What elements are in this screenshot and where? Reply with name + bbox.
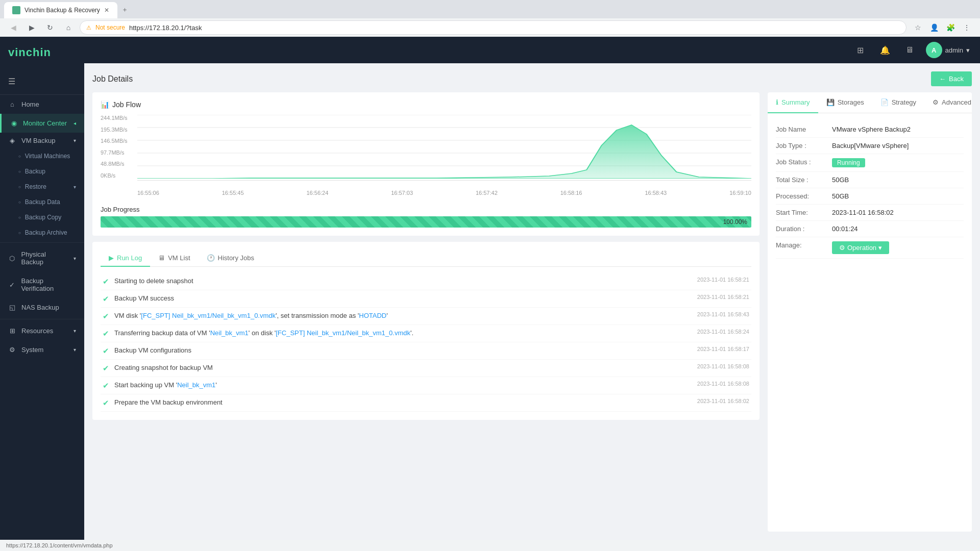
log-highlight-3b: [FC_SPT] Neil_bk_vm1/Neil_bk_vm1_0.vmdk <box>276 329 410 337</box>
user-dropdown-icon: ▾ <box>966 46 970 54</box>
main-area: ⊞ 🔔 🖥 A admin ▾ Job Details ← Back <box>84 37 980 540</box>
monitor-chevron-icon: ◂ <box>74 120 76 126</box>
menu-icon[interactable]: ⋮ <box>960 20 974 35</box>
summary-tab-advanced[interactable]: ⚙ Advanced <box>924 92 979 113</box>
browser-chrome: Vinchin Backup & Recovery ✕ ＋ ◀ ▶ ↻ ⌂ ⚠ … <box>0 0 980 37</box>
profile-icon[interactable]: 👤 <box>927 20 941 35</box>
summary-row-job-type: Job Type : Backup[VMware vSphere] <box>776 138 964 154</box>
screen-icon[interactable]: 🖥 <box>901 42 918 58</box>
log-item-3: ✔ Transferring backup data of VM 'Neil_b… <box>101 325 751 342</box>
sidebar-item-backup-copy[interactable]: ○ Backup Copy <box>8 210 84 225</box>
storages-tab-label: Storages <box>838 98 864 106</box>
bell-icon[interactable]: 🔔 <box>877 42 893 58</box>
backup-data-label: Backup Data <box>25 198 60 206</box>
not-secure-label: Not secure <box>95 24 125 31</box>
y-label-5: 0KB/s <box>101 172 137 179</box>
log-text-6: Start backing up VM 'Neil_bk_vm1' <box>114 381 692 390</box>
history-jobs-label: History Jobs <box>218 254 255 262</box>
sidebar-menu-icon[interactable]: ☰ <box>8 77 15 86</box>
backup-label: Backup <box>25 168 45 175</box>
bookmark-icon[interactable]: ☆ <box>911 20 925 35</box>
job-status-value: Running <box>832 158 964 167</box>
x-label-1: 16:55:45 <box>222 190 244 196</box>
operation-label: Operation ▾ <box>847 244 882 252</box>
start-time-key: Start Time: <box>776 209 832 216</box>
forward-nav-button[interactable]: ▶ <box>24 20 39 35</box>
summary-row-job-status: Job Status : Running <box>776 154 964 172</box>
active-tab[interactable]: Vinchin Backup & Recovery ✕ <box>4 2 117 18</box>
summary-row-manage: Manage: ⚙ Operation ▾ <box>776 237 964 259</box>
user-menu[interactable]: A admin ▾ <box>926 42 970 58</box>
app-container: vinchin ☰ ⌂ Home ◉ Monitor Center ◂ ◈ VM… <box>0 37 980 540</box>
tab-close-icon[interactable]: ✕ <box>104 7 109 14</box>
status-badge: Running <box>832 158 865 167</box>
system-chevron-icon: ▾ <box>74 347 76 353</box>
log-item-4: ✔ Backup VM configurations 2023-11-01 16… <box>101 342 751 360</box>
summary-tabs: ℹ Summary 💾 Storages 📄 Strategy ⚙ <box>768 92 972 113</box>
monitor-icon: ◉ <box>10 119 18 127</box>
operation-button[interactable]: ⚙ Operation ▾ <box>832 241 889 254</box>
log-time-1: 2023-11-01 16:58:21 <box>697 294 749 300</box>
sidebar-item-nas-backup[interactable]: ◱ NAS Backup <box>0 298 84 317</box>
sidebar-item-physical-backup[interactable]: ⬡ Physical Backup ▾ <box>0 245 84 271</box>
backup-archive-label: Backup Archive <box>25 229 67 236</box>
system-icon: ⚙ <box>8 346 16 354</box>
log-check-icon-4: ✔ <box>103 346 109 356</box>
back-button[interactable]: ← Back <box>931 71 972 86</box>
address-bar[interactable]: ⚠ Not secure https://172.18.20.1/?task <box>80 20 906 35</box>
home-nav-button[interactable]: ⌂ <box>61 20 76 35</box>
sidebar-item-resources[interactable]: ⊞ Resources ▾ <box>0 321 84 340</box>
log-text-3: Transferring backup data of VM 'Neil_bk_… <box>114 329 692 338</box>
page-title: Job Details <box>92 74 133 84</box>
system-label: System <box>21 346 43 354</box>
grid-icon[interactable]: ⊞ <box>852 42 869 58</box>
sidebar-item-backup-data[interactable]: ○ Backup Data <box>8 194 84 210</box>
x-label-2: 16:56:24 <box>306 190 328 196</box>
page-content: Job Details ← Back 📊 Job Flow <box>84 63 980 540</box>
sidebar-item-restore[interactable]: ○ Restore ▾ <box>8 179 84 194</box>
summary-tab-strategy[interactable]: 📄 Strategy <box>872 92 924 113</box>
sidebar-item-monitor[interactable]: ◉ Monitor Center ◂ <box>0 114 84 133</box>
sidebar-item-backup[interactable]: ○ Backup <box>8 164 84 179</box>
sidebar-item-backup-archive[interactable]: ○ Backup Archive <box>8 225 84 240</box>
log-time-6: 2023-11-01 16:58:08 <box>697 381 749 387</box>
vm-backup-chevron-icon: ▾ <box>74 138 76 143</box>
username-label: admin <box>945 46 963 54</box>
page-header: Job Details ← Back <box>92 71 972 86</box>
summary-tab-summary[interactable]: ℹ Summary <box>768 92 818 113</box>
sidebar-item-backup-verification[interactable]: ✓ Backup Verification <box>0 271 84 298</box>
physical-backup-icon: ⬡ <box>8 255 16 262</box>
tab-history-jobs[interactable]: 🕐 History Jobs <box>199 250 263 267</box>
sidebar-item-home[interactable]: ⌂ Home <box>0 95 84 114</box>
y-label-1: 195.3MB/s <box>101 127 137 133</box>
log-item-5: ✔ Creating snapshot for backup VM 2023-1… <box>101 360 751 377</box>
log-item-6: ✔ Start backing up VM 'Neil_bk_vm1' 2023… <box>101 377 751 394</box>
backup-copy-label: Backup Copy <box>25 214 61 221</box>
sidebar-item-monitor-label: Monitor Center <box>23 119 67 127</box>
extensions-icon[interactable]: 🧩 <box>943 20 958 35</box>
duration-key: Duration : <box>776 225 832 233</box>
chart-y-axis: 244.1MB/s 195.3MB/s 146.5MB/s 97.7MB/s 4… <box>101 115 137 189</box>
job-flow-label: Job Flow <box>112 101 141 109</box>
circle-icon-backup: ○ <box>18 169 21 174</box>
log-text-7: Prepare the VM backup environment <box>114 398 692 407</box>
tab-run-log[interactable]: ▶ Run Log <box>101 250 150 267</box>
log-time-7: 2023-11-01 16:58:02 <box>697 398 749 404</box>
log-text-5: Creating snapshot for backup VM <box>114 363 692 372</box>
sidebar-item-virtual-machines[interactable]: ○ Virtual Machines <box>8 148 84 164</box>
summary-tab-storages[interactable]: 💾 Storages <box>818 92 872 113</box>
log-check-icon-1: ✔ <box>103 294 109 304</box>
y-label-3: 97.7MB/s <box>101 149 137 156</box>
circle-icon-ba: ○ <box>18 231 21 235</box>
new-tab-button[interactable]: ＋ <box>117 1 132 18</box>
x-label-4: 16:57:42 <box>476 190 498 196</box>
chart-svg <box>137 115 751 179</box>
log-time-2: 2023-11-01 16:58:43 <box>697 311 749 317</box>
url-display: https://172.18.20.1/?task <box>129 24 202 32</box>
tab-vm-list[interactable]: 🖥 VM List <box>150 250 198 267</box>
sidebar-item-system[interactable]: ⚙ System ▾ <box>0 340 84 359</box>
back-nav-button[interactable]: ◀ <box>6 20 20 35</box>
reload-button[interactable]: ↻ <box>43 20 57 35</box>
sidebar-item-vm-backup[interactable]: ◈ VM Backup ▾ <box>0 133 84 148</box>
total-size-key: Total Size : <box>776 176 832 184</box>
